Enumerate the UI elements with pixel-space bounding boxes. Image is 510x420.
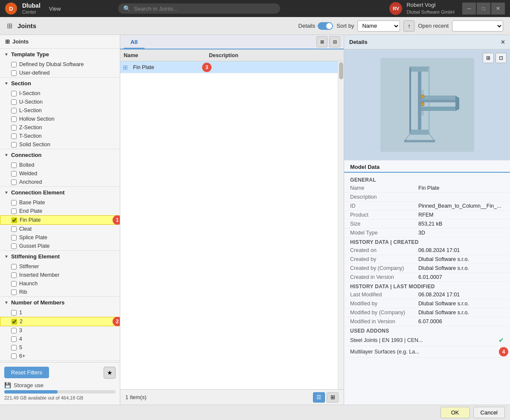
- main-layout: ⊞ Joints ▼ Template Type Defined by Dlub…: [0, 35, 510, 405]
- cancel-button[interactable]: Cancel: [473, 407, 505, 418]
- welded-checkbox[interactable]: [11, 171, 17, 177]
- cleat-checkbox[interactable]: [11, 226, 17, 232]
- grid-view-button[interactable]: ⊞: [327, 392, 339, 403]
- view-menu[interactable]: View: [49, 6, 61, 12]
- filter-num-4: 4: [0, 335, 120, 343]
- tab-action-button-1[interactable]: ⊞: [316, 36, 327, 47]
- sidebar-icon: ⊞: [5, 38, 10, 45]
- num-4-checkbox[interactable]: [11, 336, 17, 342]
- list-item[interactable]: ⊞ Fin Plate 3: [120, 61, 338, 73]
- filter-number-of-members: ▼ Number of Members 1 2 2 3 4: [0, 297, 120, 361]
- connection-element-header[interactable]: ▼ Connection Element: [0, 187, 120, 198]
- search-input[interactable]: [134, 6, 275, 12]
- scrollbar-thumb[interactable]: [339, 62, 343, 79]
- sort-select[interactable]: Name Date Size Type: [357, 20, 400, 32]
- storage-label: 💾 Storage use: [4, 382, 116, 388]
- number-of-members-header[interactable]: ▼ Number of Members: [0, 297, 120, 308]
- user-info: Robert Vogl Dlubal Software GmbH: [406, 2, 455, 15]
- inserted-member-checkbox[interactable]: [11, 272, 17, 278]
- ok-button[interactable]: OK: [440, 407, 470, 418]
- filter-cleat: Cleat: [0, 225, 120, 233]
- svg-rect-3: [409, 130, 430, 135]
- filter-base-plate: Base Plate: [0, 198, 120, 207]
- preview-btn-2[interactable]: ⊡: [496, 53, 507, 63]
- field-model-type: Model Type 3D: [344, 229, 510, 238]
- solid-section-label: Solid Section: [19, 142, 50, 148]
- field-modified-by: Modified by Dlubal Software s.r.o.: [344, 299, 510, 308]
- row-name: Fin Plate: [131, 64, 206, 70]
- maximize-button[interactable]: □: [477, 3, 490, 14]
- filter-fin-plate: Fin Plate 1: [0, 215, 120, 225]
- content-area: All ⊞ ⊟ Name Description ⊞ Fin Plate: [120, 35, 344, 405]
- user-defined-checkbox[interactable]: [11, 70, 17, 76]
- filter-connection-element: ▼ Connection Element Base Plate End Plat…: [0, 187, 120, 251]
- anchored-checkbox[interactable]: [11, 180, 17, 185]
- num-1-checkbox[interactable]: [11, 310, 17, 316]
- close-button[interactable]: ✕: [491, 3, 505, 14]
- reset-filters-button[interactable]: Reset Filters: [4, 367, 49, 378]
- filter-stiffener: Stiffener: [0, 262, 120, 271]
- tab-all[interactable]: All: [124, 36, 145, 49]
- details-toggle-switch[interactable]: [318, 22, 333, 30]
- gusset-plate-checkbox[interactable]: [11, 243, 17, 249]
- num-2-label: 2: [20, 319, 23, 324]
- stiffening-element-header[interactable]: ▼ Stiffening Element: [0, 251, 120, 262]
- preview-btn-1[interactable]: ⊞: [483, 53, 494, 63]
- fin-plate-label: Fin Plate: [20, 217, 41, 223]
- tab-action-button-2[interactable]: ⊟: [329, 36, 340, 47]
- defined-by-dlubal-checkbox[interactable]: [11, 62, 17, 67]
- num-3-label: 3: [19, 327, 22, 333]
- user-defined-label: User-defined: [19, 70, 50, 76]
- details-close-button[interactable]: ×: [501, 38, 505, 46]
- filter-gusset-plate: Gusset Plate: [0, 242, 120, 250]
- num-2-checkbox[interactable]: [12, 319, 17, 324]
- svg-point-11: [421, 95, 424, 98]
- sort-order-button[interactable]: ↑: [403, 20, 414, 32]
- num-3-checkbox[interactable]: [11, 328, 17, 333]
- splice-plate-checkbox[interactable]: [11, 235, 17, 240]
- stiffener-checkbox[interactable]: [11, 264, 17, 269]
- end-plate-label: End Plate: [19, 208, 42, 214]
- section-header[interactable]: ▼ Section: [0, 78, 120, 89]
- connection-header[interactable]: ▼ Connection: [0, 149, 120, 161]
- favorites-button[interactable]: ★: [104, 367, 116, 379]
- template-type-header[interactable]: ▼ Template Type: [0, 49, 120, 60]
- list-view-button[interactable]: ☰: [313, 392, 325, 403]
- end-plate-checkbox[interactable]: [11, 209, 17, 214]
- model-data-title: Model Data: [344, 160, 510, 173]
- svg-rect-9: [421, 107, 455, 111]
- svg-rect-0: [380, 58, 474, 152]
- field-modified-by-company: Modified by (Company) Dlubal Software s.…: [344, 308, 510, 317]
- app-icon: D: [5, 3, 17, 14]
- defined-by-dlubal-label: Defined by Dlubal Software: [19, 61, 84, 67]
- bolted-checkbox[interactable]: [11, 162, 17, 168]
- details-title: Details: [349, 39, 368, 45]
- details-toggle: Details: [298, 22, 333, 30]
- l-section-checkbox[interactable]: [11, 108, 17, 113]
- filter-anchored: Anchored: [0, 178, 120, 186]
- expand-arrow: ▼: [4, 254, 9, 259]
- filter-user-defined: User-defined: [0, 69, 120, 77]
- hollow-section-checkbox[interactable]: [11, 116, 17, 122]
- base-plate-checkbox[interactable]: [11, 200, 17, 206]
- titlebar: D Dlubal Center View 🔍 RV Robert Vogl Dl…: [0, 0, 510, 17]
- solid-section-checkbox[interactable]: [11, 142, 17, 148]
- vertical-scrollbar[interactable]: [338, 61, 344, 389]
- haunch-checkbox[interactable]: [11, 281, 17, 287]
- i-section-checkbox[interactable]: [11, 91, 17, 96]
- filter-inserted-member: Inserted Member: [0, 271, 120, 279]
- filter-z-section: Z-Section: [0, 123, 120, 132]
- minimize-button[interactable]: ─: [462, 3, 476, 14]
- step-badge-2: 2: [113, 317, 120, 326]
- addon-1: Steel Joints | EN 1993 | CEN... ✔: [344, 335, 510, 346]
- z-section-checkbox[interactable]: [11, 125, 17, 130]
- t-section-checkbox[interactable]: [11, 133, 17, 139]
- rib-checkbox[interactable]: [11, 290, 17, 295]
- num-6plus-checkbox[interactable]: [11, 353, 17, 359]
- fin-plate-checkbox[interactable]: [12, 217, 17, 223]
- u-section-checkbox[interactable]: [11, 99, 17, 105]
- filter-stiffening-element: ▼ Stiffening Element Stiffener Inserted …: [0, 251, 120, 297]
- open-recent-select[interactable]: [452, 20, 503, 32]
- num-5-checkbox[interactable]: [11, 345, 17, 350]
- filter-defined-by-dlubal: Defined by Dlubal Software: [0, 60, 120, 69]
